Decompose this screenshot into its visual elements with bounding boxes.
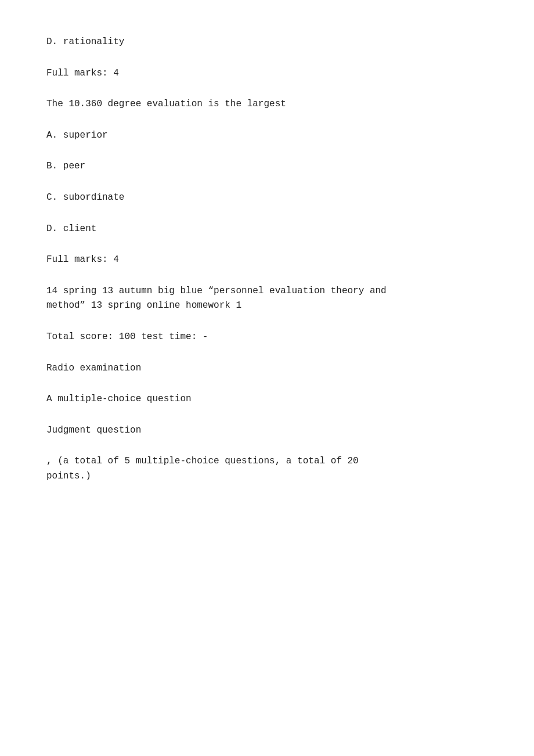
full-marks-1-text: Full marks: 4 [46, 66, 488, 81]
option-d-text: D. rationality [46, 35, 488, 50]
page-content: D. rationality Full marks: 4 The 10.360 … [46, 35, 488, 484]
judgment-block: Judgment question [46, 423, 488, 438]
homework-title-text: 14 spring 13 autumn big blue “personnel … [46, 284, 488, 314]
multiple-choice-block: A multiple-choice question [46, 392, 488, 407]
full-marks-2-text: Full marks: 4 [46, 253, 488, 268]
note-text: , (a total of 5 multiple-choice question… [46, 454, 488, 484]
judgment-text: Judgment question [46, 423, 488, 438]
option-b-block: B. peer [46, 159, 488, 174]
radio-exam-block: Radio examination [46, 361, 488, 376]
note-block: , (a total of 5 multiple-choice question… [46, 454, 488, 484]
radio-exam-text: Radio examination [46, 361, 488, 376]
question-10-block: The 10.360 degree evaluation is the larg… [46, 97, 488, 112]
option-d2-text: D. client [46, 222, 488, 237]
multiple-choice-text: A multiple-choice question [46, 392, 488, 407]
option-d-block: D. rationality [46, 35, 488, 50]
homework-title-block: 14 spring 13 autumn big blue “personnel … [46, 284, 488, 314]
full-marks-2-block: Full marks: 4 [46, 253, 488, 268]
option-b-text: B. peer [46, 159, 488, 174]
option-c-block: C. subordinate [46, 190, 488, 206]
option-a-text: A. superior [46, 128, 488, 143]
full-marks-1-block: Full marks: 4 [46, 66, 488, 81]
option-a-block: A. superior [46, 128, 488, 143]
option-d2-block: D. client [46, 222, 488, 237]
question-10-text: The 10.360 degree evaluation is the larg… [46, 97, 488, 112]
option-c-text: C. subordinate [46, 190, 488, 206]
total-score-text: Total score: 100 test time: - [46, 330, 488, 345]
total-score-block: Total score: 100 test time: - [46, 330, 488, 345]
